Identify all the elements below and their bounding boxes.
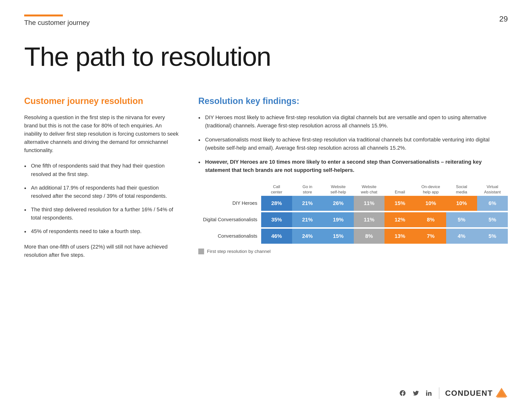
legend-box	[198, 249, 204, 254]
brand-logo: CONDUENT	[445, 387, 508, 399]
footer-divider	[439, 387, 439, 399]
list-item: An additional 17.9% of respondents had t…	[24, 184, 179, 200]
list-item: The third step delivered resolution for …	[24, 206, 179, 222]
findings-list: DIY Heroes most likely to achieve first-…	[198, 113, 508, 175]
right-column: Resolution key findings: DIY Heroes most…	[198, 96, 508, 254]
finding-item: Conversationalists most likely to achiev…	[198, 136, 508, 152]
table-cell: 21%	[292, 196, 323, 211]
table-col-header: VirtualAssistant	[477, 184, 508, 195]
twitter-icon[interactable]	[411, 389, 420, 397]
header-left: The customer journey	[24, 15, 90, 27]
table-col-header: Email	[384, 189, 416, 195]
table-cell: 8%	[354, 229, 385, 244]
list-item: 45% of respondents need to take a fourth…	[24, 227, 179, 235]
table-col-header: Callcenter	[261, 184, 292, 195]
left-section-heading: Customer journey resolution	[24, 96, 179, 106]
table-col-header: Websiteself-help	[323, 184, 354, 195]
header: The customer journey 29	[24, 15, 508, 27]
brand-icon	[495, 387, 508, 399]
table-row: Conversationalists 46% 24% 15% 8% 13% 7%…	[198, 229, 508, 244]
table-cell: 28%	[261, 196, 292, 211]
page-number: 29	[499, 15, 508, 23]
left-column: Customer journey resolution Resolving a …	[24, 96, 179, 266]
table-cell: 21%	[292, 212, 323, 227]
footer: CONDUENT	[398, 387, 508, 399]
table-header-row: Callcenter Go instore Websiteself-help W…	[198, 184, 508, 195]
table-cell: 12%	[384, 212, 416, 227]
list-item: One fifth of respondents said that they …	[24, 162, 179, 178]
svg-point-1	[426, 391, 427, 392]
table-cell: 5%	[477, 212, 508, 227]
table-cell: 5%	[446, 212, 477, 227]
table-cell: 8%	[416, 212, 446, 227]
table-col-header: Websiteweb chat	[354, 184, 385, 195]
table-cell: 26%	[323, 196, 354, 211]
linkedin-icon[interactable]	[424, 389, 433, 397]
legend-text: First step resolution by channel	[207, 249, 271, 254]
row-label: DIY Heroes	[198, 200, 261, 206]
table-cell: 4%	[446, 229, 477, 244]
finding-item: DIY Heroes most likely to achieve first-…	[198, 113, 508, 130]
table-cell: 35%	[261, 212, 292, 227]
svg-rect-0	[426, 392, 427, 396]
row-label: Conversationalists	[198, 233, 261, 239]
table-cell: 7%	[416, 229, 446, 244]
page: The customer journey 29 The path to reso…	[0, 0, 532, 411]
right-section-heading: Resolution key findings:	[198, 96, 508, 106]
table-cell: 10%	[446, 196, 477, 211]
left-body-text: Resolving a question in the first step i…	[24, 113, 179, 154]
table-cell: 5%	[477, 229, 508, 244]
table-cell: 15%	[323, 229, 354, 244]
table-cell: 46%	[261, 229, 292, 244]
header-accent-line	[24, 15, 63, 17]
table-col-header: Go instore	[292, 184, 323, 195]
table-col-header: Socialmedia	[446, 184, 477, 195]
table-row: Digital Conversationalists 35% 21% 19% 1…	[198, 212, 508, 227]
table-cell: 6%	[477, 196, 508, 211]
table-cell: 19%	[323, 212, 354, 227]
table-cell: 15%	[384, 196, 416, 211]
table-cell: 24%	[292, 229, 323, 244]
main-title: The path to resolution	[24, 41, 508, 72]
table-cell: 11%	[354, 196, 385, 211]
brand-name: CONDUENT	[445, 389, 493, 398]
row-label: Digital Conversationalists	[198, 217, 261, 223]
table-legend: First step resolution by channel	[198, 249, 508, 254]
table-col-header: On-devicehelp app	[416, 184, 446, 195]
left-bullet-list: One fifth of respondents said that they …	[24, 162, 179, 235]
data-table: Callcenter Go instore Websiteself-help W…	[198, 184, 508, 254]
table-cell: 13%	[384, 229, 416, 244]
content-area: Customer journey resolution Resolving a …	[24, 96, 508, 266]
bold-finding: However, DIY Heroes are 10 times more li…	[205, 159, 482, 173]
table-cell: 10%	[416, 196, 446, 211]
facebook-icon[interactable]	[398, 389, 407, 397]
finding-item: However, DIY Heroes are 10 times more li…	[198, 158, 508, 174]
left-footer-text: More than one-fifth of users (22%) will …	[24, 243, 179, 259]
header-title: The customer journey	[24, 19, 90, 27]
footer-social-icons	[398, 389, 433, 397]
table-cell: 11%	[354, 212, 385, 227]
table-row: DIY Heroes 28% 21% 26% 11% 15% 10% 10% 6…	[198, 196, 508, 211]
